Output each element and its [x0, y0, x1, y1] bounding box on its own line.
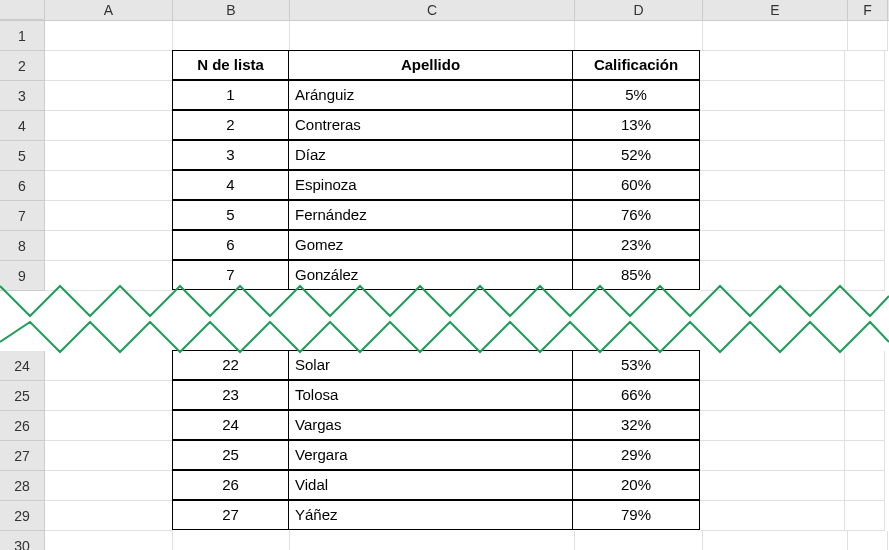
cell-num[interactable]: 1 [172, 80, 289, 110]
cell[interactable] [45, 81, 173, 111]
cell-apellido[interactable]: Aránguiz [288, 80, 573, 110]
cell[interactable] [845, 501, 885, 531]
cell[interactable] [845, 171, 885, 201]
cell-num[interactable]: 26 [172, 470, 289, 500]
column-header[interactable]: E [703, 0, 848, 20]
cell[interactable] [845, 441, 885, 471]
cell[interactable] [45, 201, 173, 231]
cell[interactable] [45, 441, 173, 471]
cell-calif[interactable]: 53% [572, 350, 700, 380]
row-header[interactable]: 29 [0, 501, 45, 531]
cell[interactable] [700, 231, 845, 261]
cell[interactable] [700, 111, 845, 141]
cell[interactable] [575, 531, 703, 550]
cell[interactable] [700, 351, 845, 381]
cell-num[interactable]: 25 [172, 440, 289, 470]
cell-num[interactable]: 27 [172, 500, 289, 530]
cell-num[interactable]: 3 [172, 140, 289, 170]
row-header[interactable]: 7 [0, 201, 45, 231]
cell[interactable] [45, 171, 173, 201]
row-header[interactable]: 3 [0, 81, 45, 111]
cell-calif[interactable]: 5% [572, 80, 700, 110]
cell[interactable] [845, 111, 885, 141]
cell[interactable] [700, 261, 845, 291]
cell-apellido[interactable]: Díaz [288, 140, 573, 170]
cell-num[interactable]: 6 [172, 230, 289, 260]
cell-num[interactable]: 2 [172, 110, 289, 140]
cell-apellido[interactable]: Espinoza [288, 170, 573, 200]
row-header[interactable]: 27 [0, 441, 45, 471]
cell-apellido[interactable]: Vergara [288, 440, 573, 470]
row-header[interactable]: 8 [0, 231, 45, 261]
row-header[interactable]: 30 [0, 531, 45, 550]
row-header[interactable]: 25 [0, 381, 45, 411]
cell[interactable] [845, 201, 885, 231]
cell-calif[interactable]: 20% [572, 470, 700, 500]
cell-calif[interactable]: 29% [572, 440, 700, 470]
cell[interactable] [700, 501, 845, 531]
cell-apellido[interactable]: Solar [288, 350, 573, 380]
cell[interactable] [703, 21, 848, 51]
cell-num[interactable]: 7 [172, 260, 289, 290]
cell-calif[interactable]: 85% [572, 260, 700, 290]
cell[interactable] [700, 51, 845, 81]
cell[interactable] [45, 261, 173, 291]
cell-num[interactable]: 5 [172, 200, 289, 230]
cell[interactable] [290, 21, 575, 51]
header-num[interactable]: N de lista [172, 50, 289, 80]
cell[interactable] [700, 381, 845, 411]
column-header[interactable]: F [848, 0, 888, 20]
cell[interactable] [700, 201, 845, 231]
cell-calif[interactable]: 23% [572, 230, 700, 260]
cell[interactable] [845, 411, 885, 441]
cell[interactable] [845, 471, 885, 501]
cell-num[interactable]: 24 [172, 410, 289, 440]
row-header[interactable]: 4 [0, 111, 45, 141]
cell[interactable] [173, 21, 290, 51]
row-header[interactable]: 28 [0, 471, 45, 501]
row-header[interactable]: 1 [0, 21, 45, 51]
row-header[interactable]: 5 [0, 141, 45, 171]
cell[interactable] [845, 231, 885, 261]
cell[interactable] [45, 411, 173, 441]
cell[interactable] [45, 351, 173, 381]
cell[interactable] [848, 531, 888, 550]
cell-apellido[interactable]: Gomez [288, 230, 573, 260]
cell[interactable] [700, 441, 845, 471]
cell-num[interactable]: 23 [172, 380, 289, 410]
row-header[interactable]: 2 [0, 51, 45, 81]
cell-calif[interactable]: 76% [572, 200, 700, 230]
cell[interactable] [45, 531, 173, 550]
cell[interactable] [45, 51, 173, 81]
header-calif[interactable]: Calificación [572, 50, 700, 80]
cell-calif[interactable]: 52% [572, 140, 700, 170]
cell-apellido[interactable]: Yáñez [288, 500, 573, 530]
cell[interactable] [703, 531, 848, 550]
cell[interactable] [45, 111, 173, 141]
cell[interactable] [45, 471, 173, 501]
column-header[interactable]: A [45, 0, 173, 20]
cell-apellido[interactable]: Fernández [288, 200, 573, 230]
cell-calif[interactable]: 60% [572, 170, 700, 200]
cell-calif[interactable]: 32% [572, 410, 700, 440]
cell[interactable] [845, 351, 885, 381]
row-header[interactable]: 26 [0, 411, 45, 441]
cell-num[interactable]: 22 [172, 350, 289, 380]
row-header[interactable]: 6 [0, 171, 45, 201]
select-all-corner[interactable] [0, 0, 45, 20]
cell[interactable] [45, 381, 173, 411]
cell[interactable] [45, 141, 173, 171]
cell-apellido[interactable]: Vargas [288, 410, 573, 440]
cell-calif[interactable]: 13% [572, 110, 700, 140]
cell[interactable] [700, 81, 845, 111]
cell-num[interactable]: 4 [172, 170, 289, 200]
cell-apellido[interactable]: Vidal [288, 470, 573, 500]
cell[interactable] [45, 501, 173, 531]
column-header[interactable]: C [290, 0, 575, 20]
cell[interactable] [845, 51, 885, 81]
cell[interactable] [700, 141, 845, 171]
column-header[interactable]: B [173, 0, 290, 20]
row-header[interactable]: 24 [0, 351, 45, 381]
cell-apellido[interactable]: Contreras [288, 110, 573, 140]
header-apellido[interactable]: Apellido [288, 50, 573, 80]
